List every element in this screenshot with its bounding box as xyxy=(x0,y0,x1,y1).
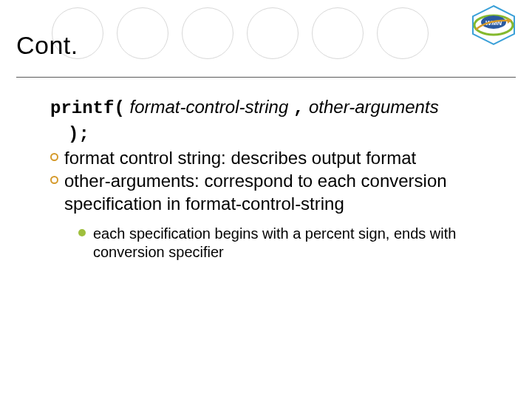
code-arg2: other-arguments xyxy=(309,97,439,117)
slide-title: Cont. xyxy=(16,31,78,60)
decorative-circles xyxy=(52,7,429,59)
sub-bullet-row: each specification begins with a percent… xyxy=(78,225,492,262)
ring-bullet-icon xyxy=(50,153,58,161)
sub-bullet-text: each specification begins with a percent… xyxy=(93,225,492,262)
printf-syntax: printf( format-control-string , other-ar… xyxy=(50,96,508,120)
bg-circle xyxy=(377,7,429,59)
bullet-text: format control string: describes output … xyxy=(64,147,508,170)
ring-bullet-icon xyxy=(50,176,58,184)
dot-bullet-icon xyxy=(78,229,86,236)
slide-body: printf( format-control-string , other-ar… xyxy=(50,96,508,262)
wmn-logo: WMN xyxy=(466,4,522,46)
bullet-text: other-arguments: correspond to each conv… xyxy=(64,170,508,215)
code-arg1: format-control-string xyxy=(130,97,289,117)
bg-circle xyxy=(312,7,364,59)
code-close: ); xyxy=(68,124,89,144)
bg-circle xyxy=(182,7,233,59)
code-fn-open: printf( xyxy=(50,98,125,118)
title-rule xyxy=(16,77,516,78)
bg-circle xyxy=(247,7,299,59)
bullet-row: format control string: describes output … xyxy=(50,147,508,170)
printf-syntax-close: ); xyxy=(50,122,508,146)
code-comma: , xyxy=(293,98,304,118)
bg-circle xyxy=(117,7,168,59)
bullet-row: other-arguments: correspond to each conv… xyxy=(50,170,508,215)
